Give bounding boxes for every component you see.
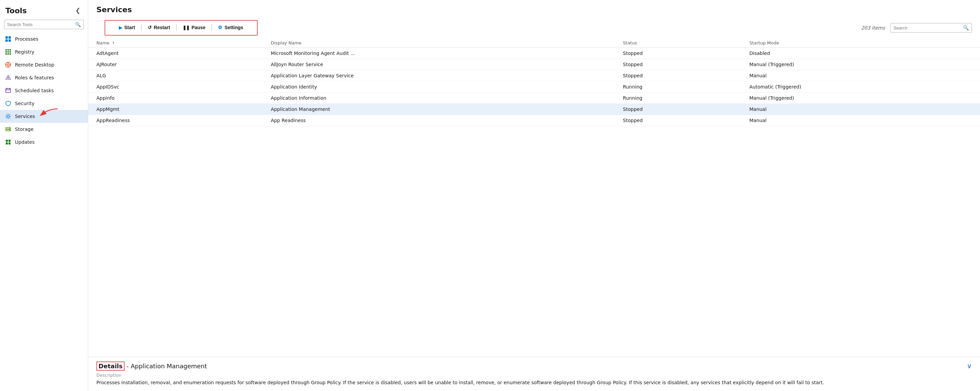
table-row[interactable]: AppReadinessApp ReadinessStoppedManual: [88, 115, 980, 126]
security-icon: [5, 100, 11, 107]
pause-icon: ❚❚: [183, 25, 189, 30]
sidebar-item-label-storage: Storage: [15, 127, 33, 132]
sidebar-header: Tools ❮: [0, 0, 88, 18]
cell-display_name: App Readiness: [263, 115, 615, 126]
sidebar-item-updates[interactable]: Updates: [0, 136, 88, 149]
svg-rect-9: [10, 51, 11, 52]
cell-display_name: Application Information: [263, 93, 615, 104]
detail-title: Details - Application Management: [96, 363, 207, 370]
settings-button[interactable]: ⚙ Settings: [213, 23, 248, 32]
start-icon: ▶: [119, 25, 122, 30]
cell-status: Running: [615, 81, 741, 93]
content-search-icon: 🔍: [963, 25, 969, 30]
sidebar-collapse-button[interactable]: ❮: [73, 6, 83, 15]
services-table-container: Name ↑ Display Name Status Startup Mode …: [88, 38, 980, 357]
svg-point-26: [7, 115, 10, 118]
cell-status: Stopped: [615, 70, 741, 81]
table-row[interactable]: AppMgmtApplication ManagementStoppedManu…: [88, 104, 980, 115]
cell-name: ALG: [88, 70, 263, 81]
table-row[interactable]: AppIDSvcApplication IdentityRunningAutom…: [88, 81, 980, 93]
sidebar-item-registry[interactable]: Registry: [0, 46, 88, 59]
sidebar-item-roles-features[interactable]: Roles & features: [0, 71, 88, 84]
sidebar-item-label-scheduled-tasks: Scheduled tasks: [15, 88, 54, 93]
sidebar-nav: Processes Registry Remote Desktop Roles …: [0, 33, 88, 391]
page-title: Services: [96, 5, 972, 14]
page-header: Services: [88, 0, 980, 20]
cell-startup_mode: Manual: [741, 104, 980, 115]
sidebar-item-label-remote-desktop: Remote Desktop: [15, 62, 54, 68]
col-header-startup-mode[interactable]: Startup Mode: [741, 38, 980, 48]
cell-display_name: Application Identity: [263, 81, 615, 93]
cell-startup_mode: Manual: [741, 115, 980, 126]
detail-separator: -: [127, 363, 131, 370]
svg-rect-4: [5, 49, 7, 51]
col-header-display-name[interactable]: Display Name: [263, 38, 615, 48]
content-search-input[interactable]: [893, 25, 961, 30]
table-row[interactable]: AppinfoApplication InformationRunningMan…: [88, 93, 980, 104]
sort-arrow-name: ↑: [112, 41, 115, 46]
items-count: 203 items: [861, 25, 885, 30]
svg-rect-5: [8, 49, 9, 51]
cell-name: AdtAgent: [88, 48, 263, 59]
detail-panel: Details - Application Management ∨ Descr…: [88, 357, 980, 391]
svg-rect-7: [5, 51, 7, 52]
storage-icon: [5, 126, 11, 133]
pause-button[interactable]: ❚❚ Pause: [177, 23, 211, 32]
detail-chevron-icon[interactable]: ∨: [967, 362, 972, 370]
restart-icon: ↺: [148, 25, 152, 30]
table-row[interactable]: AdtAgentMicrosoft Monitoring Agent Audit…: [88, 48, 980, 59]
detail-description-text: Processes installation, removal, and enu…: [96, 379, 972, 386]
cell-name: AppReadiness: [88, 115, 263, 126]
sidebar-item-services[interactable]: Services: [0, 110, 88, 123]
svg-rect-10: [5, 53, 7, 55]
cell-display_name: AllJoyn Router Service: [263, 59, 615, 70]
cell-display_name: Microsoft Monitoring Agent Audit ...: [263, 48, 615, 59]
sidebar: Tools ❮ 🔍 Processes Registry Remote Desk…: [0, 0, 88, 391]
svg-rect-32: [6, 140, 8, 142]
cell-startup_mode: Manual (Triggered): [741, 93, 980, 104]
sidebar-item-storage[interactable]: Storage: [0, 123, 88, 136]
cell-name: AppMgmt: [88, 104, 263, 115]
sidebar-item-security[interactable]: Security: [0, 97, 88, 110]
col-header-name[interactable]: Name ↑: [88, 38, 263, 48]
svg-rect-11: [8, 53, 9, 55]
cell-name: AJRouter: [88, 59, 263, 70]
sidebar-item-remote-desktop[interactable]: Remote Desktop: [0, 59, 88, 71]
svg-rect-6: [10, 49, 11, 51]
sidebar-search-icon: 🔍: [75, 22, 81, 27]
toolbar-sep-2: [176, 24, 177, 31]
restart-button[interactable]: ↺ Restart: [142, 23, 175, 32]
settings-icon: ⚙: [218, 25, 222, 30]
toolbar-sep-3: [212, 24, 212, 31]
cell-status: Running: [615, 93, 741, 104]
cell-name: Appinfo: [88, 93, 263, 104]
table-row[interactable]: AJRouterAllJoyn Router ServiceStoppedMan…: [88, 59, 980, 70]
services-toolbar: ▶ Start ↺ Restart ❚❚ Pause ⚙ Settings: [105, 20, 258, 36]
sidebar-item-processes[interactable]: Processes: [0, 33, 88, 46]
sidebar-search-input[interactable]: [7, 22, 73, 27]
sidebar-search-container: 🔍: [4, 20, 84, 29]
sidebar-item-label-security: Security: [15, 101, 35, 106]
svg-point-31: [10, 130, 10, 131]
start-button[interactable]: ▶ Start: [113, 23, 140, 32]
svg-rect-2: [5, 40, 8, 42]
svg-point-30: [10, 128, 10, 128]
cell-display_name: Application Layer Gateway Service: [263, 70, 615, 81]
col-header-status[interactable]: Status: [615, 38, 741, 48]
sidebar-item-scheduled-tasks[interactable]: Scheduled tasks: [0, 84, 88, 97]
cell-startup_mode: Manual (Triggered): [741, 59, 980, 70]
scheduled-tasks-icon: [5, 87, 11, 94]
svg-rect-1: [8, 36, 11, 39]
registry-icon: [5, 49, 11, 55]
svg-rect-3: [8, 40, 11, 42]
cell-startup_mode: Manual: [741, 70, 980, 81]
svg-point-20: [8, 77, 9, 79]
svg-rect-8: [8, 51, 9, 52]
cell-display_name: Application Management: [263, 104, 615, 115]
cell-name: AppIDSvc: [88, 81, 263, 93]
cell-startup_mode: Automatic (Triggered): [741, 81, 980, 93]
cell-startup_mode: Disabled: [741, 48, 980, 59]
sidebar-item-label-processes: Processes: [15, 36, 38, 42]
processes-icon: [5, 36, 11, 43]
table-row[interactable]: ALGApplication Layer Gateway ServiceStop…: [88, 70, 980, 81]
